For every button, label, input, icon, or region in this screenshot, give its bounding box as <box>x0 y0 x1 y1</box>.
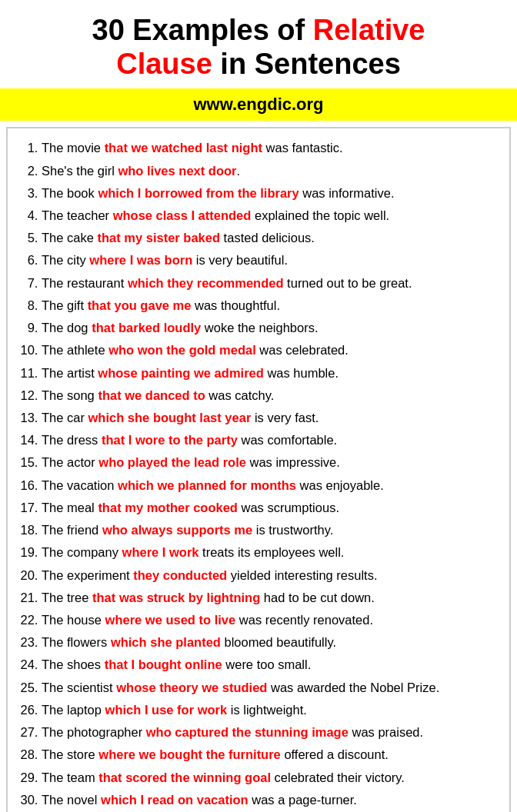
list-item: The store where we bought the furniture … <box>42 744 497 765</box>
list-item: The tree that was struck by lightning ha… <box>42 587 497 608</box>
list-item: The meal that my mother cooked was scrum… <box>42 498 497 518</box>
url-bar: www.engdic.org <box>0 88 517 121</box>
list-item: The artist whose painting we admired was… <box>42 363 497 384</box>
list-item: The shoes that I bought online were too … <box>42 654 497 675</box>
list-item: The vacation which we planned for months… <box>42 475 497 496</box>
list-item: The book which I borrowed from the libra… <box>42 183 497 204</box>
list-item: The movie that we watched last night was… <box>42 138 497 158</box>
list-item: The song that we danced to was catchy. <box>42 385 497 406</box>
list-item: The dress that I wore to the party was c… <box>42 430 497 451</box>
list-item: The flowers which she planted bloomed be… <box>42 632 497 653</box>
list-item: The teacher whose class I attended expla… <box>42 205 497 226</box>
list-item: The team that scored the winning goal ce… <box>42 767 497 788</box>
list-item: The house where we used to live was rece… <box>42 610 497 631</box>
list-item: The friend who always supports me is tru… <box>42 520 497 541</box>
list-item: The scientist whose theory we studied wa… <box>42 677 497 698</box>
list-item: The company where I work treats its empl… <box>42 542 497 563</box>
list-item: The actor who played the lead role was i… <box>42 452 497 473</box>
list-item: The experiment they conducted yielded in… <box>42 565 497 586</box>
header: 30 Examples of RelativeClause in Sentenc… <box>0 0 517 121</box>
list-item: The car which she bought last year is ve… <box>42 408 497 428</box>
list-item: The restaurant which they recommended tu… <box>42 273 497 294</box>
url-text: www.engdic.org <box>193 95 323 114</box>
list-item: The gift that you gave me was thoughtful… <box>42 295 497 316</box>
list-item: The athlete who won the gold medal was c… <box>42 340 497 361</box>
sentence-list: The movie that we watched last night was… <box>20 138 497 810</box>
list-item: The city where I was born is very beauti… <box>42 250 497 271</box>
list-item: She's the girl who lives next door. <box>42 161 497 181</box>
list-item: The cake that my sister baked tasted del… <box>42 228 497 248</box>
page-title: 30 Examples of RelativeClause in Sentenc… <box>15 14 502 81</box>
content-area: The movie that we watched last night was… <box>6 127 511 812</box>
list-item: The novel which I read on vacation was a… <box>42 790 497 810</box>
list-item: The photographer who captured the stunni… <box>42 722 497 743</box>
list-item: The laptop which I use for work is light… <box>42 700 497 720</box>
list-item: The dog that barked loudly woke the neig… <box>42 318 497 338</box>
